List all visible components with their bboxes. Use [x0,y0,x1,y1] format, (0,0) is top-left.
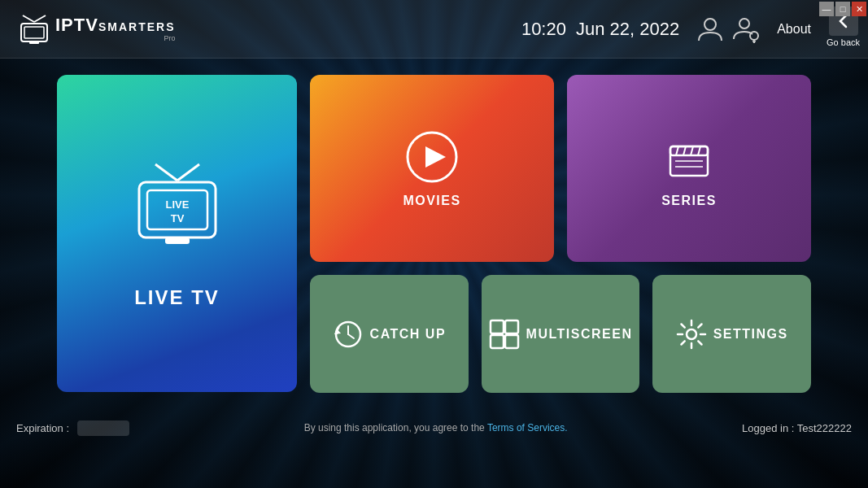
svg-text:LIVE: LIVE [165,198,189,211]
series-card[interactable]: SERIES [567,75,811,262]
logo: IPTV SMARTERS Pro [16,14,175,45]
catchup-label: CATCH UP [370,327,446,342]
logo-tv-icon [16,14,52,45]
close-button[interactable]: ✕ [852,2,866,16]
svg-rect-32 [505,320,518,333]
movies-label: MOVIES [403,194,460,208]
expiry-text: Expiration : [16,422,69,434]
multiscreen-label: MULTISCREEN [526,327,633,342]
svg-line-29 [348,334,354,338]
logo-text: IPTV SMARTERS Pro [55,16,175,42]
series-label: SERIES [661,194,717,208]
user-icon-2[interactable] [731,15,761,44]
header: IPTV SMARTERS Pro 10:20 Jun 22, 2022 Abo… [0,0,868,59]
tos-link-text: Terms of Services. [487,422,568,434]
series-icon [661,129,718,185]
go-back-label: Go back [827,37,860,47]
svg-rect-3 [24,27,44,38]
settings-icon [676,319,707,350]
svg-line-42 [698,324,701,327]
tos-prefix: By using this application, you agree to … [304,422,485,434]
movies-card[interactable]: MOVIES [310,75,554,262]
svg-line-10 [155,164,177,181]
about-button[interactable]: About [777,22,811,37]
movies-icon [403,129,460,185]
live-tv-card[interactable]: LIVE TV LIVE TV [57,75,297,392]
settings-label: SETTINGS [713,327,788,342]
svg-line-0 [23,15,34,22]
expiry-label: Expiration : [16,422,129,434]
svg-point-35 [687,329,696,339]
multiscreen-icon [489,319,520,350]
expiry-value [77,420,130,436]
multiscreen-inner: MULTISCREEN [489,319,633,350]
svg-rect-4 [29,41,39,44]
logo-pro: Pro [55,35,175,42]
header-user-icons [696,15,761,44]
top-row: MOVIES [310,75,811,262]
svg-marker-18 [425,146,446,168]
bottom-row: CATCH UP MULTISCREEN [310,275,811,393]
svg-line-22 [683,146,686,155]
svg-line-41 [698,341,701,344]
settings-inner: SETTINGS [676,319,788,350]
svg-rect-33 [491,335,504,348]
minimize-button[interactable]: — [819,2,834,16]
svg-line-43 [681,341,684,344]
maximize-button[interactable]: □ [835,2,850,16]
svg-text:TV: TV [170,212,184,224]
footer: Expiration : By using this application, … [0,408,868,447]
header-time: 10:20 [521,19,566,40]
live-tv-label: LIVE TV [134,286,220,309]
svg-line-40 [681,324,684,327]
svg-line-24 [698,146,700,155]
svg-rect-31 [491,320,504,333]
user-icon-1[interactable] [696,15,725,44]
svg-line-23 [691,146,693,155]
svg-point-7 [750,32,758,40]
main-content: LIVE TV LIVE TV MOVIES [0,59,868,408]
svg-line-21 [676,146,678,155]
svg-line-11 [177,164,199,181]
svg-point-5 [704,19,716,30]
window-chrome: — □ ✕ [818,0,868,18]
tos-link[interactable]: Terms of Services. [487,422,568,434]
svg-point-6 [739,19,749,28]
right-cards: MOVIES [310,75,811,408]
logo-smarters: SMARTERS [98,21,176,33]
svg-line-1 [34,15,46,22]
catchup-card[interactable]: CATCH UP [310,275,469,393]
footer-tos: By using this application, you agree to … [129,422,742,434]
svg-rect-34 [505,335,518,348]
live-tv-icon: LIVE TV [124,158,230,267]
multiscreen-card[interactable]: MULTISCREEN [482,275,640,393]
header-date: Jun 22, 2022 [576,19,679,40]
catchup-inner: CATCH UP [333,319,446,350]
catchup-icon [333,319,364,350]
settings-card[interactable]: SETTINGS [652,275,811,393]
logged-in-label: Logged in : Test222222 [742,422,852,434]
logo-iptv: IPTV [55,16,98,34]
svg-rect-16 [165,237,190,244]
